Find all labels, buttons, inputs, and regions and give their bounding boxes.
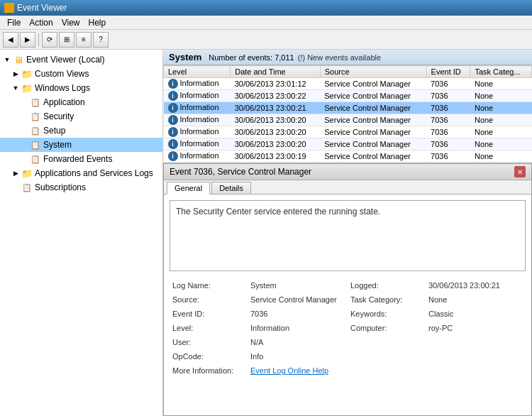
info-icon: i [168,79,178,89]
refresh-button[interactable]: ⟳ [42,32,57,48]
sidebar-item-application[interactable]: ▶ 📋 Application [0,95,162,109]
cell-level: iInformation [164,90,231,102]
cell-datetime: 30/06/2013 23:00:19 [231,150,321,163]
cell-taskcategory: None [470,150,532,163]
prop-user-label: User: [170,336,248,348]
detail-header: Event 7036, Service Control Manager ✕ [164,164,531,180]
prop-level-label: Level: [170,322,248,334]
table-row[interactable]: iInformation 30/06/2013 23:00:20 Service… [164,114,532,126]
prop-moreinfo-row: More Information: Event Log Online Help [170,363,348,378]
menu-action[interactable]: Action [25,17,57,28]
cell-datetime: 30/06/2013 23:01:12 [231,78,321,90]
menu-help[interactable]: Help [84,17,111,28]
log-icon-system: 📋 [30,139,41,150]
new-window-button[interactable]: ⊞ [59,32,74,48]
prop-moreinfo-value[interactable]: Event Log Online Help [248,365,331,376]
menu-bar: File Action View Help [0,16,532,30]
table-row[interactable]: iInformation 30/06/2013 23:00:22 Service… [164,90,532,102]
sidebar-label-system: System [43,140,72,150]
cell-source: Service Control Manager [320,150,426,163]
cell-taskcategory: None [470,126,532,138]
sidebar-label-security: Security [43,111,74,121]
menu-file[interactable]: File [3,17,25,28]
expand-icon-root[interactable]: ▼ [3,55,11,64]
cell-source: Service Control Manager [320,90,426,102]
toolbar-separator-1 [38,33,39,46]
close-button[interactable]: ✕ [514,166,526,177]
sidebar-label-forwarded: Forwarded Events [43,154,112,164]
table-row[interactable]: iInformation 30/06/2013 23:00:20 Service… [164,126,532,138]
prop-keywords-value: Classic [426,308,456,319]
tab-general[interactable]: General [167,182,210,195]
cell-level: iInformation [164,150,231,163]
col-source[interactable]: Source [320,66,426,78]
col-datetime[interactable]: Date and Time [231,66,321,78]
table-row[interactable]: iInformation 30/06/2013 23:00:19 Service… [164,150,532,163]
detail-tabs: General Details [164,180,531,195]
col-level[interactable]: Level [164,66,231,78]
col-eventid[interactable]: Event ID [426,66,470,78]
folder-icon-custom: 📁 [21,68,33,80]
forward-button[interactable]: ▶ [20,32,35,48]
cell-eventid: 7036 [426,126,470,138]
sidebar-root-label: Event Viewer (Local) [26,55,105,65]
back-button[interactable]: ◀ [3,32,18,48]
folder-icon-winlogs: 📁 [21,82,33,94]
prop-opcode-row: OpCode: Info [170,349,348,363]
cell-level: iInformation [164,126,231,138]
events-panel: System Number of events: 7,011 (!) New e… [163,50,532,163]
expand-icon-custom[interactable]: ▶ [11,70,20,78]
sidebar-item-appsvc[interactable]: ▶ 📁 Applications and Services Logs [0,166,162,180]
sidebar-label-setup: Setup [43,126,65,136]
sidebar-item-system[interactable]: ▶ 📋 System [0,138,162,152]
sidebar-label-custom-views: Custom Views [35,69,89,79]
log-icon-forwarded: 📋 [30,153,41,165]
sidebar-item-security[interactable]: ▶ 📋 Security [0,109,162,124]
sidebar-item-setup[interactable]: ▶ 📋 Setup [0,124,162,138]
sidebar-item-root[interactable]: ▼ 🖥 Event Viewer (Local) [0,53,162,67]
table-row[interactable]: iInformation 30/06/2013 23:01:12 Service… [164,78,532,90]
prop-opcode-value: Info [248,351,266,362]
prop-taskcategory-value: None [426,294,450,305]
cell-source: Service Control Manager [320,138,426,150]
sidebar-item-windows-logs[interactable]: ▼ 📁 Windows Logs [0,81,162,95]
cell-level: iInformation [164,114,231,126]
info-icon: i [168,91,178,101]
cell-datetime: 30/06/2013 23:00:20 [231,138,321,150]
prop-opcode-label: OpCode: [170,351,248,362]
properties-button[interactable]: ≡ [76,32,92,48]
events-table-container[interactable]: Level Date and Time Source Event ID Task… [163,65,532,163]
sidebar-label-application: Application [43,97,85,107]
cell-datetime: 30/06/2013 23:00:22 [231,90,321,102]
sidebar-item-custom-views[interactable]: ▶ 📁 Custom Views [0,67,162,81]
menu-view[interactable]: View [57,17,84,28]
sidebar-item-forwarded[interactable]: ▶ 📋 Forwarded Events [0,152,162,166]
folder-icon-appsvc: 📁 [21,168,33,179]
props-right: Logged: 30/06/2013 23:00:21 Task Categor… [348,278,526,378]
cell-datetime: 30/06/2013 23:00:20 [231,126,321,138]
cell-source: Service Control Manager [320,114,426,126]
table-row[interactable]: iInformation 30/06/2013 23:00:21 Service… [164,102,532,114]
event-message-box: The Security Center service entered the … [170,200,526,271]
expand-icon-winlogs[interactable]: ▼ [11,84,20,92]
cell-taskcategory: None [470,138,532,150]
sidebar-label-windows-logs: Windows Logs [35,83,90,93]
prop-logged-value: 30/06/2013 23:00:21 [426,280,503,291]
col-taskcategory[interactable]: Task Categ... [470,66,532,78]
log-icon-security: 📋 [30,111,41,122]
info-icon: i [168,139,178,149]
title-bar: Event Viewer [0,0,532,16]
sidebar-label-appsvc: Applications and Services Logs [35,168,153,178]
prop-logged-label: Logged: [348,280,426,291]
event-message-text: The Security Center service entered the … [176,207,380,217]
sidebar-item-subscriptions[interactable]: ▶ 📋 Subscriptions [0,180,162,195]
cell-eventid: 7036 [426,114,470,126]
tab-details[interactable]: Details [211,182,251,194]
cell-datetime: 30/06/2013 23:00:20 [231,114,321,126]
expand-icon-appsvc[interactable]: ▶ [11,169,20,177]
table-row[interactable]: iInformation 30/06/2013 23:00:20 Service… [164,138,532,150]
table-header-row: Level Date and Time Source Event ID Task… [164,66,532,78]
help-button[interactable]: ? [93,32,109,48]
prop-user-value: N/A [248,336,266,348]
prop-computer-row: Computer: roy-PC [348,321,526,335]
